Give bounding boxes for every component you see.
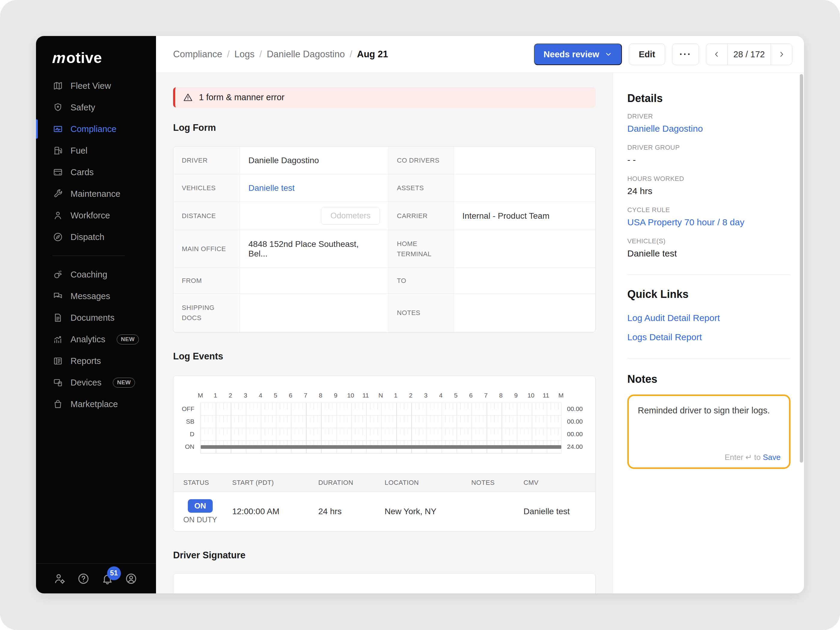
sidebar-item-analytics[interactable]: AnalyticsNEW <box>36 328 156 350</box>
duty-chart-hour-axis: M1234567891011N1234567891011M <box>201 392 561 402</box>
sidebar-item-marketplace[interactable]: Marketplace <box>36 393 156 415</box>
duty-chart-row-totals: 00.0000.0000.0024.00 <box>562 403 595 453</box>
duty-segment-on <box>201 445 561 449</box>
notes-text: Reminded driver to sign their logs. <box>638 404 780 417</box>
sidebar-item-reports[interactable]: Reports <box>36 350 156 372</box>
sidebar-item-label: Workforce <box>71 211 110 221</box>
duty-row-label-d: D <box>174 428 201 441</box>
events-column-header-cmv: CMV <box>524 479 586 486</box>
form-value-shipping-docs <box>240 294 388 332</box>
edit-button[interactable]: Edit <box>629 44 665 65</box>
user-circle-icon[interactable] <box>125 572 137 585</box>
breadcrumb-separator: / <box>349 49 352 60</box>
breadcrumb-separator: / <box>259 49 262 60</box>
vehicle-link[interactable]: Danielle test <box>248 183 295 193</box>
sidebar-item-dispatch[interactable]: Dispatch <box>36 226 156 248</box>
hour-tick-label: 1 <box>213 392 217 399</box>
detail-label: CYCLE RULE <box>627 206 791 214</box>
enter-key-icon: ↵ <box>745 453 752 462</box>
sidebar-item-devices[interactable]: DevicesNEW <box>36 372 156 393</box>
detail-value-cycle-rule[interactable]: USA Property 70 hour / 8 day <box>627 217 791 228</box>
sidebar-item-fleet-view[interactable]: Fleet View <box>36 75 156 96</box>
sidebar-item-label: Fleet View <box>71 81 111 91</box>
sidebar-nav-primary: Fleet ViewSafetyComplianceFuelCardsMaint… <box>36 75 156 248</box>
logbook-icon <box>52 123 63 134</box>
map-icon <box>52 81 63 91</box>
breadcrumb-link-logs[interactable]: Logs <box>234 49 254 60</box>
sidebar-divider <box>52 256 125 256</box>
form-label-home-terminal: HOME TERMINAL <box>388 230 454 268</box>
detail-field-hours-worked: HOURS WORKED24 hrs <box>627 175 791 196</box>
next-log-button[interactable] <box>771 44 792 65</box>
log-pager: 28 / 172 <box>706 44 792 65</box>
events-column-header-status: STATUS <box>183 479 232 486</box>
shield-icon <box>52 102 63 113</box>
needs-review-label: Needs review <box>543 49 599 59</box>
notes-textarea[interactable]: Reminded driver to sign their logs. Ente… <box>627 395 791 469</box>
duty-row-label-on: ON <box>174 441 201 453</box>
log-events-title: Log Events <box>173 351 595 362</box>
more-actions-button[interactable]: ··· <box>672 44 699 65</box>
breadcrumb-separator: / <box>227 49 230 60</box>
sidebar-item-cards[interactable]: Cards <box>36 161 156 183</box>
form-label-carrier: CARRIER <box>388 202 454 230</box>
sidebar-item-coaching[interactable]: Coaching <box>36 264 156 285</box>
form-value-driver: Danielle Dagostino <box>240 147 388 174</box>
help-icon[interactable] <box>77 572 90 585</box>
sidebar-item-documents[interactable]: Documents <box>36 307 156 328</box>
log-form-card: DRIVERDanielle DagostinoCO DRIVERSVEHICL… <box>173 147 595 332</box>
sidebar-item-workforce[interactable]: Workforce <box>36 205 156 226</box>
sidebar-item-label: Dispatch <box>71 232 104 242</box>
events-column-header-duration: DURATION <box>318 479 385 486</box>
hour-tick-label: 2 <box>229 392 232 399</box>
sidebar-nav-secondary: CoachingMessagesDocumentsAnalyticsNEWRep… <box>36 264 156 415</box>
prev-log-button[interactable] <box>706 44 727 65</box>
person-icon <box>52 210 63 221</box>
events-column-header-notes: NOTES <box>471 479 524 486</box>
hour-tick-label: M <box>558 392 564 399</box>
sidebar-item-safety[interactable]: Safety <box>36 96 156 118</box>
log-events-table: STATUSSTART (PDT)DURATIONLOCATIONNOTESCM… <box>174 474 595 531</box>
sidebar-item-maintenance[interactable]: Maintenance <box>36 183 156 205</box>
quick-link-logs-detail-report[interactable]: Logs Detail Report <box>627 332 791 343</box>
logo-m-glyph: m <box>51 49 68 66</box>
log-form-title: Log Form <box>173 122 595 133</box>
form-value-distance: Odometers <box>240 202 388 230</box>
notification-count-badge: 51 <box>107 567 121 580</box>
chevron-left-icon <box>713 51 720 58</box>
motive-logo[interactable]: motive <box>36 36 156 75</box>
save-link[interactable]: Save <box>763 453 781 462</box>
panel-divider-2 <box>627 358 791 358</box>
events-table-row[interactable]: ONON DUTY12:00:00 AM24 hrsNew York, NYDa… <box>174 492 595 531</box>
duty-row-label-sb: SB <box>174 415 201 428</box>
sidebar-item-label: Messages <box>71 291 110 301</box>
notes-save-hint: Enter ↵ to Save <box>725 453 781 462</box>
sidebar: motive Fleet ViewSafetyComplianceFuelCar… <box>36 36 156 594</box>
events-column-header-location: LOCATION <box>385 479 471 486</box>
duty-row-total-off: 00.00 <box>562 403 595 415</box>
detail-value-vehicle-s-: Danielle test <box>627 248 791 259</box>
needs-review-button[interactable]: Needs review <box>534 44 622 65</box>
sidebar-item-compliance[interactable]: Compliance <box>36 118 156 140</box>
form-value-co-drivers <box>454 147 595 174</box>
sidebar-footer: 51 <box>36 564 156 594</box>
breadcrumb-link-compliance[interactable]: Compliance <box>173 49 222 60</box>
sidebar-item-label: Maintenance <box>71 189 120 199</box>
detail-label: VEHICLE(S) <box>627 237 791 245</box>
panel-scrollbar[interactable] <box>800 74 803 463</box>
hour-tick-label: 7 <box>484 392 488 399</box>
log-events-card: M1234567891011N1234567891011M OFFSBDON 0… <box>173 376 595 531</box>
hour-tick-label: 2 <box>409 392 412 399</box>
sidebar-item-fuel[interactable]: Fuel <box>36 140 156 161</box>
odometers-button[interactable]: Odometers <box>321 207 380 225</box>
quick-links-title: Quick Links <box>627 288 791 301</box>
sidebar-spacer <box>36 415 156 564</box>
quick-link-log-audit-detail-report[interactable]: Log Audit Detail Report <box>627 313 791 324</box>
bell-icon[interactable]: 51 <box>101 572 114 585</box>
breadcrumb-link-danielle-dagostino[interactable]: Danielle Dagostino <box>267 49 345 60</box>
user-gear-icon[interactable] <box>54 572 66 585</box>
sidebar-item-messages[interactable]: Messages <box>36 285 156 307</box>
detail-value-driver[interactable]: Danielle Dagostino <box>627 123 791 134</box>
document-icon <box>52 312 63 323</box>
detail-label: HOURS WORKED <box>627 175 791 183</box>
